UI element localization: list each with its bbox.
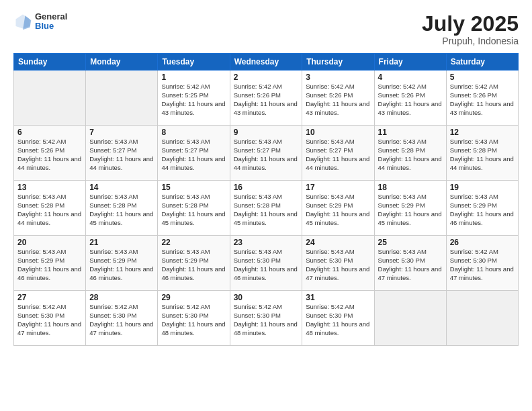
day-number: 27 bbox=[17, 293, 82, 302]
calendar-cell: 31Sunrise: 5:42 AMSunset: 5:30 PMDayligh… bbox=[302, 291, 374, 346]
day-info: Sunrise: 5:42 AMSunset: 5:26 PMDaylight:… bbox=[306, 83, 370, 117]
logo-icon bbox=[13, 12, 32, 31]
header-sunday: Sunday bbox=[14, 54, 86, 71]
header-tuesday: Tuesday bbox=[158, 54, 230, 71]
calendar-cell: 12Sunrise: 5:43 AMSunset: 5:28 PMDayligh… bbox=[446, 126, 518, 181]
day-number: 28 bbox=[89, 293, 154, 302]
page-header: General Blue July 2025 Prupuh, Indonesia bbox=[13, 12, 519, 46]
calendar-cell: 24Sunrise: 5:43 AMSunset: 5:30 PMDayligh… bbox=[302, 236, 374, 291]
day-info: Sunrise: 5:43 AMSunset: 5:27 PMDaylight:… bbox=[161, 138, 226, 172]
day-number: 21 bbox=[89, 238, 154, 247]
day-info: Sunrise: 5:43 AMSunset: 5:28 PMDaylight:… bbox=[450, 138, 515, 172]
day-info: Sunrise: 5:42 AMSunset: 5:30 PMDaylight:… bbox=[89, 303, 154, 337]
day-info: Sunrise: 5:42 AMSunset: 5:25 PMDaylight:… bbox=[161, 83, 226, 117]
day-info: Sunrise: 5:42 AMSunset: 5:30 PMDaylight:… bbox=[234, 303, 299, 337]
day-number: 10 bbox=[306, 128, 370, 137]
day-number: 24 bbox=[306, 238, 370, 247]
calendar-cell bbox=[14, 71, 86, 126]
day-number: 14 bbox=[89, 183, 154, 192]
day-number: 26 bbox=[450, 238, 515, 247]
day-info: Sunrise: 5:43 AMSunset: 5:29 PMDaylight:… bbox=[17, 248, 82, 282]
calendar-cell: 14Sunrise: 5:43 AMSunset: 5:28 PMDayligh… bbox=[86, 181, 158, 236]
day-number: 18 bbox=[378, 183, 443, 192]
day-info: Sunrise: 5:42 AMSunset: 5:26 PMDaylight:… bbox=[17, 138, 82, 172]
day-number: 11 bbox=[378, 128, 443, 137]
calendar-cell: 17Sunrise: 5:43 AMSunset: 5:29 PMDayligh… bbox=[302, 181, 374, 236]
calendar-week-row: 1Sunrise: 5:42 AMSunset: 5:25 PMDaylight… bbox=[14, 71, 519, 126]
calendar-cell: 7Sunrise: 5:43 AMSunset: 5:27 PMDaylight… bbox=[86, 126, 158, 181]
header-monday: Monday bbox=[86, 54, 158, 71]
title-block: July 2025 Prupuh, Indonesia bbox=[422, 12, 519, 46]
day-number: 1 bbox=[161, 73, 226, 82]
day-number: 8 bbox=[161, 128, 226, 137]
calendar-cell: 28Sunrise: 5:42 AMSunset: 5:30 PMDayligh… bbox=[86, 291, 158, 346]
day-info: Sunrise: 5:43 AMSunset: 5:28 PMDaylight:… bbox=[378, 138, 443, 172]
calendar-cell: 4Sunrise: 5:42 AMSunset: 5:26 PMDaylight… bbox=[374, 71, 446, 126]
calendar-cell: 25Sunrise: 5:43 AMSunset: 5:30 PMDayligh… bbox=[374, 236, 446, 291]
day-number: 5 bbox=[450, 73, 515, 82]
calendar-location: Prupuh, Indonesia bbox=[422, 36, 519, 46]
day-info: Sunrise: 5:42 AMSunset: 5:30 PMDaylight:… bbox=[17, 303, 82, 337]
calendar-cell bbox=[86, 71, 158, 126]
day-number: 25 bbox=[378, 238, 443, 247]
calendar-cell: 27Sunrise: 5:42 AMSunset: 5:30 PMDayligh… bbox=[14, 291, 86, 346]
day-number: 9 bbox=[234, 128, 299, 137]
day-number: 31 bbox=[306, 293, 370, 302]
calendar-week-row: 27Sunrise: 5:42 AMSunset: 5:30 PMDayligh… bbox=[14, 291, 519, 346]
header-saturday: Saturday bbox=[446, 54, 518, 71]
calendar-table: Sunday Monday Tuesday Wednesday Thursday… bbox=[13, 53, 519, 346]
calendar-cell: 22Sunrise: 5:43 AMSunset: 5:29 PMDayligh… bbox=[158, 236, 230, 291]
calendar-cell: 13Sunrise: 5:43 AMSunset: 5:28 PMDayligh… bbox=[14, 181, 86, 236]
day-info: Sunrise: 5:43 AMSunset: 5:28 PMDaylight:… bbox=[17, 193, 82, 227]
calendar-cell: 19Sunrise: 5:43 AMSunset: 5:29 PMDayligh… bbox=[446, 181, 518, 236]
day-number: 29 bbox=[161, 293, 226, 302]
day-number: 4 bbox=[378, 73, 443, 82]
calendar-cell: 16Sunrise: 5:43 AMSunset: 5:28 PMDayligh… bbox=[230, 181, 302, 236]
calendar-cell: 11Sunrise: 5:43 AMSunset: 5:28 PMDayligh… bbox=[374, 126, 446, 181]
day-number: 3 bbox=[306, 73, 370, 82]
day-number: 15 bbox=[161, 183, 226, 192]
day-number: 6 bbox=[17, 128, 82, 137]
calendar-cell bbox=[374, 291, 446, 346]
calendar-cell: 10Sunrise: 5:43 AMSunset: 5:27 PMDayligh… bbox=[302, 126, 374, 181]
day-info: Sunrise: 5:43 AMSunset: 5:29 PMDaylight:… bbox=[306, 193, 370, 227]
day-number: 30 bbox=[234, 293, 299, 302]
day-number: 22 bbox=[161, 238, 226, 247]
day-info: Sunrise: 5:43 AMSunset: 5:28 PMDaylight:… bbox=[234, 193, 299, 227]
day-number: 20 bbox=[17, 238, 82, 247]
calendar-header-row: Sunday Monday Tuesday Wednesday Thursday… bbox=[14, 54, 519, 71]
calendar-cell: 30Sunrise: 5:42 AMSunset: 5:30 PMDayligh… bbox=[230, 291, 302, 346]
calendar-cell: 26Sunrise: 5:42 AMSunset: 5:30 PMDayligh… bbox=[446, 236, 518, 291]
day-info: Sunrise: 5:43 AMSunset: 5:27 PMDaylight:… bbox=[306, 138, 370, 172]
logo-blue-text: Blue bbox=[35, 21, 67, 31]
calendar-cell: 29Sunrise: 5:42 AMSunset: 5:30 PMDayligh… bbox=[158, 291, 230, 346]
header-wednesday: Wednesday bbox=[230, 54, 302, 71]
calendar-cell: 2Sunrise: 5:42 AMSunset: 5:26 PMDaylight… bbox=[230, 71, 302, 126]
day-number: 17 bbox=[306, 183, 370, 192]
calendar-cell: 18Sunrise: 5:43 AMSunset: 5:29 PMDayligh… bbox=[374, 181, 446, 236]
day-number: 7 bbox=[89, 128, 154, 137]
day-number: 23 bbox=[234, 238, 299, 247]
calendar-week-row: 13Sunrise: 5:43 AMSunset: 5:28 PMDayligh… bbox=[14, 181, 519, 236]
day-number: 13 bbox=[17, 183, 82, 192]
day-info: Sunrise: 5:43 AMSunset: 5:29 PMDaylight:… bbox=[161, 248, 226, 282]
calendar-week-row: 6Sunrise: 5:42 AMSunset: 5:26 PMDaylight… bbox=[14, 126, 519, 181]
day-number: 2 bbox=[234, 73, 299, 82]
calendar-cell bbox=[446, 291, 518, 346]
calendar-cell: 15Sunrise: 5:43 AMSunset: 5:28 PMDayligh… bbox=[158, 181, 230, 236]
day-info: Sunrise: 5:42 AMSunset: 5:30 PMDaylight:… bbox=[450, 248, 515, 282]
day-info: Sunrise: 5:42 AMSunset: 5:26 PMDaylight:… bbox=[450, 83, 515, 117]
calendar-week-row: 20Sunrise: 5:43 AMSunset: 5:29 PMDayligh… bbox=[14, 236, 519, 291]
day-number: 12 bbox=[450, 128, 515, 137]
calendar-cell: 6Sunrise: 5:42 AMSunset: 5:26 PMDaylight… bbox=[14, 126, 86, 181]
day-info: Sunrise: 5:42 AMSunset: 5:30 PMDaylight:… bbox=[306, 303, 370, 337]
day-info: Sunrise: 5:43 AMSunset: 5:30 PMDaylight:… bbox=[378, 248, 443, 282]
calendar-cell: 8Sunrise: 5:43 AMSunset: 5:27 PMDaylight… bbox=[158, 126, 230, 181]
calendar-cell: 23Sunrise: 5:43 AMSunset: 5:30 PMDayligh… bbox=[230, 236, 302, 291]
day-info: Sunrise: 5:42 AMSunset: 5:30 PMDaylight:… bbox=[161, 303, 226, 337]
day-number: 19 bbox=[450, 183, 515, 192]
day-number: 16 bbox=[234, 183, 299, 192]
day-info: Sunrise: 5:43 AMSunset: 5:28 PMDaylight:… bbox=[89, 193, 154, 227]
header-thursday: Thursday bbox=[302, 54, 374, 71]
day-info: Sunrise: 5:43 AMSunset: 5:28 PMDaylight:… bbox=[161, 193, 226, 227]
